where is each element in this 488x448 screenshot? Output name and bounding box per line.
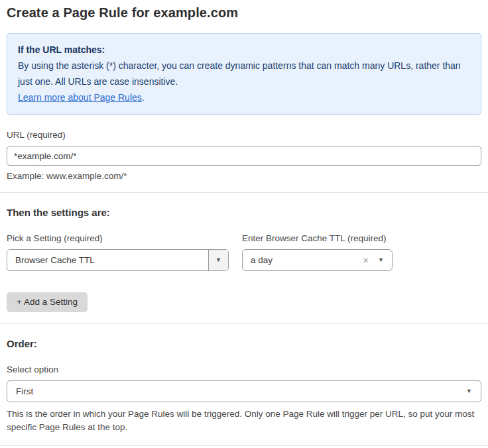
- divider: [0, 192, 488, 193]
- learn-more-link[interactable]: Learn more about Page Rules: [18, 92, 142, 103]
- link-suffix: .: [142, 92, 145, 103]
- ttl-picker-column: Enter Browser Cache TTL (required) a day…: [242, 218, 428, 271]
- setting-picker-select[interactable]: Browser Cache TTL ▼: [7, 249, 229, 271]
- setting-picker-arrow-cell[interactable]: ▼: [208, 250, 228, 270]
- page-title: Create a Page Rule for example.com: [7, 5, 481, 21]
- info-box-link-line: Learn more about Page Rules.: [18, 89, 470, 105]
- settings-row: Pick a Setting (required) Browser Cache …: [7, 218, 481, 271]
- ttl-picker-value: a day: [251, 255, 363, 265]
- settings-section-heading: Then the settings are:: [7, 207, 481, 218]
- chevron-down-icon: ▼: [215, 257, 221, 263]
- create-page-rule-form: Create a Page Rule for example.com If th…: [0, 0, 488, 448]
- ttl-picker-label: Enter Browser Cache TTL (required): [242, 233, 428, 243]
- url-field-helper: Example: www.example.com/*: [7, 171, 481, 181]
- setting-picker-column: Pick a Setting (required) Browser Cache …: [7, 218, 242, 271]
- setting-picker-value: Browser Cache TTL: [7, 255, 208, 265]
- order-select-label: Select option: [7, 364, 481, 374]
- divider: [0, 445, 488, 446]
- setting-picker-label: Pick a Setting (required): [7, 233, 242, 243]
- ttl-picker-select[interactable]: a day × ▼: [242, 249, 393, 271]
- url-field-label: URL (required): [7, 130, 481, 140]
- info-box-body: By using the asterisk (*) character, you…: [18, 58, 470, 89]
- divider: [0, 323, 488, 324]
- add-setting-button[interactable]: + Add a Setting: [7, 292, 88, 312]
- order-select-value: First: [16, 386, 33, 396]
- order-section-heading: Order:: [7, 338, 481, 349]
- url-match-info-box: If the URL matches: By using the asteris…: [7, 33, 481, 115]
- chevron-down-icon: ▼: [466, 388, 472, 394]
- clear-icon[interactable]: ×: [363, 255, 369, 265]
- order-select[interactable]: First ▼: [7, 380, 481, 402]
- url-input[interactable]: [7, 146, 481, 166]
- order-helper-text: This is the order in which your Page Rul…: [7, 408, 481, 434]
- info-box-heading: If the URL matches:: [18, 42, 470, 58]
- chevron-down-icon: ▼: [378, 257, 384, 263]
